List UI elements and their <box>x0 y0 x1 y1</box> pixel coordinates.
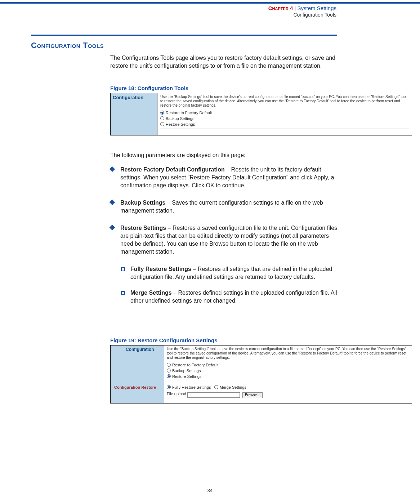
radio-icon <box>167 385 171 389</box>
figure-19-option-restore-default[interactable]: Restore to Factory Default <box>167 362 218 368</box>
figure-19-sidebar: Configuration Configuration Restore <box>111 345 164 403</box>
header-rule <box>0 2 420 4</box>
bullet-restore-default: Restore Factory Default Configuration – … <box>110 166 341 189</box>
bullet-sep: – <box>166 225 173 231</box>
figure-19-options: Restore to Factory Default Backup Settin… <box>167 362 218 379</box>
figure-18-option-backup[interactable]: Backup Settings <box>160 116 212 121</box>
figure-19-caption: Figure 19: Restore Configuration Setting… <box>110 336 340 344</box>
bullet-title: Restore Settings <box>120 225 166 231</box>
option-label: Restore Settings <box>166 122 195 126</box>
bullet-title: Fully Restore Settings <box>130 266 191 272</box>
figure-19-mode-fully[interactable]: Fully Restore Settings <box>167 385 211 389</box>
figure-19-sidebar-mid: Configuration Restore <box>114 385 156 389</box>
bullet-title: Restore Factory Default Configuration <box>120 166 225 173</box>
radio-icon <box>160 116 164 120</box>
file-upload-input[interactable] <box>187 392 240 398</box>
option-label: Merge Settings <box>220 385 246 389</box>
bullet-title: Merge Settings <box>130 290 172 296</box>
figure-19-upload-row: File upload Browse... <box>167 392 263 398</box>
bullet-sep: – <box>225 166 231 173</box>
intro-paragraph: The Configurations Tools page allows you… <box>110 54 340 70</box>
radio-icon <box>160 111 164 115</box>
figure-18: Configuration Use the "Backup Settings" … <box>110 93 412 135</box>
figure-18-option-restore-default[interactable]: Restore to Factory Default <box>160 110 212 116</box>
sub-bullet-merge: Merge Settings – Restores defined settin… <box>110 289 341 305</box>
radio-icon <box>167 369 171 373</box>
chapter-title: System Settings <box>298 5 336 11</box>
section-heading: Configuration Tools <box>31 41 104 50</box>
bullet-restore: Restore Settings – Restores a saved conf… <box>110 224 341 256</box>
diamond-icon <box>110 200 115 205</box>
page: Chapter 4 | System Settings Configuratio… <box>0 0 420 504</box>
bullet-title: Backup Settings <box>120 200 165 206</box>
section-rule <box>31 35 337 36</box>
figure-19-sidebar-top: Configuration <box>126 347 154 352</box>
bullet-backup: Backup Settings – Saves the current conf… <box>110 199 341 215</box>
option-label: Restore to Factory Default <box>172 363 218 367</box>
header-pipe: | <box>295 5 296 11</box>
diamond-icon <box>110 225 115 231</box>
figure-19-mode-merge[interactable]: Merge Settings <box>214 385 246 389</box>
figure-19-divider <box>167 381 409 381</box>
figure-19-option-backup[interactable]: Backup Settings <box>167 368 218 374</box>
figure-18-sidebar: Configuration <box>111 93 158 135</box>
radio-icon <box>160 122 164 126</box>
header-text-block: Chapter 4 | System Settings Configuratio… <box>268 5 336 18</box>
option-label: Fully Restore Settings <box>172 385 211 389</box>
chapter-subtitle: Configuration Tools <box>293 12 336 18</box>
diamond-icon <box>110 166 115 172</box>
radio-icon <box>214 385 218 389</box>
figure-18-sidebar-label: Configuration <box>113 95 143 100</box>
bullet-list: Restore Factory Default Configuration – … <box>110 166 341 313</box>
figure-18-divider <box>160 129 409 129</box>
radio-icon <box>167 374 171 378</box>
figure-19-restore-mode: Fully Restore Settings Merge Settings <box>167 385 246 389</box>
page-footer: – 34 – <box>0 488 420 493</box>
browse-button[interactable]: Browse... <box>242 392 263 398</box>
square-icon <box>121 267 125 271</box>
sub-bullet-fully-restore: Fully Restore Settings – Restores all se… <box>110 265 341 281</box>
figure-18-description: Use the "Backup Settings" tool to save t… <box>160 95 409 108</box>
following-paragraph: The following parameters are displayed o… <box>110 151 340 159</box>
figure-18-option-restore[interactable]: Restore Settings <box>160 121 212 127</box>
upload-label: File upload <box>167 392 186 396</box>
figure-19-description: Use the "Backup Settings" tool to save t… <box>167 347 409 360</box>
figure-19: Configuration Configuration Restore Use … <box>110 345 412 403</box>
bullet-sep: – <box>165 200 172 206</box>
square-icon <box>121 291 125 295</box>
option-label: Backup Settings <box>172 369 201 373</box>
figure-18-caption: Figure 18: Configuration Tools <box>110 84 340 92</box>
bullet-sep: – <box>172 290 178 296</box>
figure-18-options: Restore to Factory Default Backup Settin… <box>160 110 212 127</box>
option-label: Restore to Factory Default <box>166 111 212 115</box>
chapter-label: Chapter 4 <box>268 5 293 11</box>
option-label: Restore Settings <box>172 374 201 379</box>
radio-icon <box>167 363 171 367</box>
figure-19-option-restore[interactable]: Restore Settings <box>167 374 218 379</box>
bullet-sep: – <box>191 266 198 272</box>
option-label: Backup Settings <box>166 116 195 121</box>
